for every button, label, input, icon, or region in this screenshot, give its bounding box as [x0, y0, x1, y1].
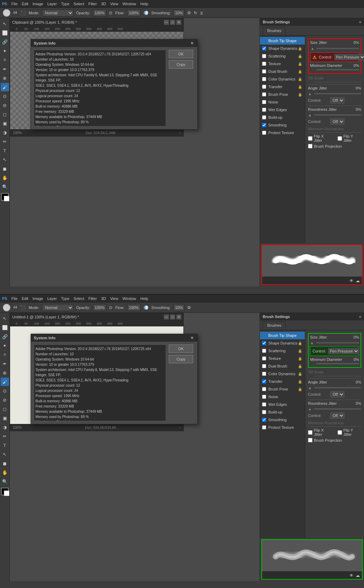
menu-3d-bottom[interactable]: 3D — [101, 296, 106, 301]
smoothing-settings-icon[interactable]: ⚙ — [187, 10, 191, 15]
cat-shape-dynamics-top[interactable]: Shape Dynamics 🔒 — [260, 45, 305, 52]
tool-shape-bottom[interactable]: ◼ — [1, 459, 9, 467]
flip-x-label-b[interactable]: Flip X Jitter — [308, 428, 332, 436]
cat-check-protect[interactable] — [262, 131, 266, 135]
tool-pen-bottom[interactable]: ✏ — [1, 432, 9, 440]
tool-clone[interactable]: ⊙ — [1, 92, 9, 100]
min-diameter-slider-b[interactable] — [316, 363, 359, 364]
cat-protect-texture-top[interactable]: Protect Texture — [260, 129, 305, 137]
tool-zoom[interactable]: 🔍 — [1, 183, 9, 191]
tab-brushes-top[interactable]: Brushes — [263, 27, 286, 34]
cat-transfer-bottom[interactable]: Transfer 🔒 — [260, 378, 305, 385]
cat-brush-tip-shape-top[interactable]: Brush Tip Shape — [260, 37, 305, 45]
cat-color-dynamics-top[interactable]: Color Dynamics 🔒 — [260, 75, 305, 83]
dialog-close-top[interactable]: ✕ — [190, 41, 195, 46]
symmetry-icon[interactable]: ⧖ — [200, 10, 203, 15]
cat-check-texture[interactable] — [262, 62, 266, 66]
foreground-color[interactable] — [1, 193, 9, 201]
cat-protect-texture-bottom[interactable]: Protect Texture — [260, 424, 305, 431]
angle-jitter-slider-b[interactable] — [314, 387, 361, 388]
doc-minimize-bottom[interactable]: — — [164, 315, 169, 319]
flip-x-label[interactable]: Flip X Jitter — [308, 134, 332, 142]
menu-edit-bottom[interactable]: Edit — [22, 296, 28, 301]
size-jitter-slider[interactable] — [316, 48, 359, 49]
menu-3d[interactable]: 3D — [101, 2, 106, 6]
menu-image-bottom[interactable]: Image — [32, 296, 43, 301]
eye-icon-bottom[interactable]: 👁 — [349, 573, 354, 578]
cat-check-wet[interactable] — [262, 108, 266, 112]
cat-texture-bottom[interactable]: Texture 🔒 — [260, 355, 305, 362]
menu-type[interactable]: Type — [61, 2, 70, 6]
tool-clone-bottom[interactable]: ⊙ — [1, 387, 9, 395]
tool-path-select[interactable]: ↖ — [1, 155, 9, 164]
cat-wet-edges-bottom[interactable]: Wet Edges — [260, 401, 305, 408]
menu-edit[interactable]: Edit — [22, 2, 28, 6]
cat-dual-brush-bottom[interactable]: Dual Brush 🔒 — [260, 362, 305, 370]
ps-logo[interactable]: PS — [2, 2, 7, 6]
brush-preview-small[interactable] — [3, 9, 10, 17]
cat-check-smoothing-b[interactable] — [262, 418, 266, 422]
menu-layer[interactable]: Layer — [47, 2, 57, 6]
menu-file-bottom[interactable]: File — [11, 296, 18, 301]
tool-gradient[interactable]: ▣ — [1, 119, 9, 127]
tool-eyedropper-bottom[interactable]: ✒ — [1, 359, 9, 368]
flip-y-check[interactable] — [338, 136, 342, 141]
tool-text[interactable]: T — [1, 146, 9, 155]
cat-check-wet-b[interactable] — [262, 402, 266, 407]
cloud-icon-top[interactable]: ☁ — [356, 278, 360, 283]
menu-file[interactable]: File — [11, 2, 18, 6]
cat-check-color-b[interactable] — [262, 372, 266, 376]
menu-window[interactable]: Window — [122, 2, 136, 6]
cat-brush-pose-bottom[interactable]: Brush Pose 🔒 — [260, 385, 305, 393]
airbrush-icon[interactable]: 💨 — [143, 10, 149, 15]
cat-color-dynamics-bottom[interactable]: Color Dynamics 🔒 — [260, 370, 305, 378]
menu-image[interactable]: Image — [32, 2, 43, 6]
menu-view[interactable]: View — [110, 2, 118, 6]
brush-hardness-icon[interactable]: ⬛ — [20, 10, 26, 16]
menu-type-bottom[interactable]: Type — [61, 296, 70, 301]
doc-minimize-top[interactable]: — — [164, 20, 169, 25]
tool-pen[interactable]: ✏ — [1, 137, 9, 146]
tilt-scale-slider-b[interactable] — [314, 376, 361, 377]
airbrush-icon-bottom[interactable]: 💨 — [143, 305, 149, 310]
cat-check-pose-b[interactable] — [262, 387, 266, 391]
ok-button-bottom[interactable]: OK — [169, 345, 193, 353]
pressure-icon[interactable]: ⊙ — [109, 10, 112, 15]
tool-eyedropper[interactable]: ✒ — [1, 65, 9, 73]
tab-brushes-bottom[interactable]: Brushes — [263, 322, 286, 329]
cat-check-dual[interactable] — [262, 69, 266, 74]
cat-check-transfer[interactable] — [262, 85, 266, 89]
tool-dodge[interactable]: ◑ — [1, 128, 9, 137]
tool-move[interactable]: ↖ — [1, 20, 9, 28]
eye-icon-top[interactable]: 👁 — [349, 278, 354, 283]
doc-maximize-bottom[interactable]: □ — [170, 315, 175, 319]
tool-hand-bottom[interactable]: ✋ — [1, 468, 9, 477]
cat-buildup-bottom[interactable]: Build-up — [260, 408, 305, 416]
tool-heal[interactable]: ⊕ — [1, 74, 9, 82]
tilt-scale-slider[interactable] — [314, 82, 361, 83]
doc-maximize-top[interactable]: □ — [170, 20, 175, 25]
cat-check-texture-b[interactable] — [262, 356, 266, 361]
menu-help[interactable]: Help — [140, 2, 148, 6]
angle-jitter-slider[interactable] — [314, 93, 361, 94]
menu-window-bottom[interactable]: Window — [122, 296, 136, 301]
cat-check-smoothing[interactable] — [262, 123, 266, 127]
cat-noise-bottom[interactable]: Noise — [260, 393, 305, 401]
ok-button-top[interactable]: OK — [169, 50, 193, 58]
foreground-color-bottom[interactable] — [1, 488, 9, 495]
tool-move-bottom[interactable]: ↖ — [1, 314, 9, 323]
roundness-control-select[interactable]: Off — [330, 118, 345, 125]
roundness-jitter-slider[interactable] — [314, 114, 361, 116]
tool-eraser[interactable]: ◻ — [1, 110, 9, 118]
menu-filter-bottom[interactable]: Filter — [88, 296, 97, 301]
ps-logo-bottom[interactable]: PS — [2, 296, 7, 301]
brush-projection-check[interactable] — [308, 144, 312, 148]
cat-check-shape-b[interactable] — [262, 341, 266, 345]
cat-check-dual-b[interactable] — [262, 364, 266, 368]
cat-smoothing-top[interactable]: Smoothing — [260, 121, 305, 129]
min-diameter-slider[interactable] — [316, 69, 359, 70]
cat-check-scatter-b[interactable] — [262, 349, 266, 353]
tool-lasso-bottom[interactable]: 🔗 — [1, 332, 9, 341]
cat-brush-tip-shape-bottom[interactable]: Brush Tip Shape — [260, 332, 305, 339]
cat-check-protect-b[interactable] — [262, 425, 266, 430]
